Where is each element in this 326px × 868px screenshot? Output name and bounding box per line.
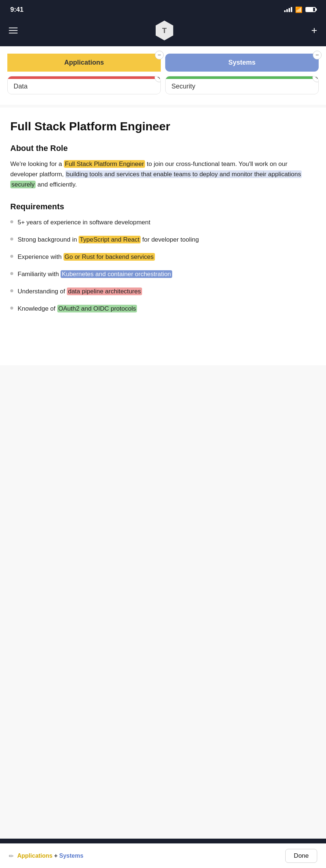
section-requirements-title: Requirements (10, 202, 316, 211)
highlight-oauth: OAuth2 and OIDC protocols (57, 305, 137, 312)
req-text-5: Understanding of data pipeline architect… (18, 286, 142, 296)
list-item: Strong background in TypeScript and Reac… (10, 235, 316, 245)
bottom-tag-systems: Systems (59, 853, 83, 859)
tag-applications-filled: Applications (7, 54, 161, 72)
bullet-icon (10, 255, 13, 258)
highlight-title: Full Stack Platform Engineer (64, 160, 145, 168)
battery-icon (305, 7, 316, 12)
tag-data-label-row: Data (8, 79, 160, 94)
about-role-text: We're looking for a Full Stack Platform … (10, 159, 316, 190)
main-content: Applications − Systems − Data + (0, 46, 326, 839)
tag-applications-remove[interactable]: − (155, 51, 164, 59)
tag-row-2: Data + Security + (7, 76, 319, 94)
highlight-typescript: TypeScript and React (79, 236, 141, 243)
doc-title: Full Stack Platform Engineer (10, 119, 316, 133)
req-text-1: 5+ years of experience in software devel… (18, 217, 150, 227)
status-icons: 📶 (284, 6, 316, 13)
bullet-icon (10, 238, 13, 240)
highlight-tools: building tools and services that enable … (65, 170, 302, 178)
list-item: 5+ years of experience in software devel… (10, 217, 316, 227)
wifi-icon: 📶 (295, 6, 303, 13)
logo-text: T (162, 26, 167, 35)
tag-security: Security + (165, 76, 319, 94)
bullet-icon (10, 220, 13, 223)
status-bar: 9:41 📶 (0, 0, 326, 18)
done-button[interactable]: Done (285, 849, 317, 863)
bottom-tag-applications: Applications (17, 853, 52, 859)
tag-applications-label: Applications (64, 59, 104, 66)
tag-systems: Systems − (165, 54, 319, 72)
highlight-go-rust: Go or Rust for backend services (64, 253, 155, 261)
tag-data-label: Data (14, 83, 28, 90)
highlight-securely: securely (10, 181, 36, 188)
signal-icon (284, 7, 292, 12)
document-area: Full Stack Platform Engineer About the R… (0, 108, 326, 365)
bullet-icon (10, 272, 13, 275)
tag-systems-filled: Systems (165, 54, 319, 72)
tag-applications: Applications − (7, 54, 161, 72)
list-item: Knowledge of OAuth2 and OIDC protocols (10, 304, 316, 314)
tag-data: Data + (7, 76, 161, 94)
tag-area: Applications − Systems − Data + (0, 46, 326, 105)
list-item: Understanding of data pipeline architect… (10, 286, 316, 296)
bottom-tags: Applications + Systems (17, 853, 83, 859)
tag-security-label-row: Security (166, 79, 318, 94)
bottom-tag-separator: + (52, 853, 59, 859)
nav-bar: T + (0, 18, 326, 46)
add-button[interactable]: + (311, 25, 317, 36)
app-logo: T (156, 21, 173, 40)
req-text-2: Strong background in TypeScript and Reac… (18, 235, 199, 245)
req-text-4: Familiarity with Kubernetes and containe… (18, 269, 172, 279)
bullet-icon (10, 289, 13, 292)
bottom-bar: ✏ Applications + Systems Done (0, 843, 326, 868)
about-prefix: We're looking for a (10, 160, 64, 167)
tag-row-1: Applications − Systems − (7, 54, 319, 72)
tag-security-bar (166, 76, 318, 79)
section-about-title: About the Role (10, 144, 316, 153)
tag-security-label: Security (171, 83, 195, 90)
tag-data-bar (8, 76, 160, 79)
list-item: Experience with Go or Rust for backend s… (10, 252, 316, 262)
list-item: Familiarity with Kubernetes and containe… (10, 269, 316, 279)
about-suffix: and efficiently. (36, 181, 77, 188)
req-text-6: Knowledge of OAuth2 and OIDC protocols (18, 304, 137, 314)
status-time: 9:41 (10, 6, 23, 14)
menu-button[interactable] (9, 28, 18, 33)
requirements-list: 5+ years of experience in software devel… (10, 217, 316, 314)
req-text-3: Experience with Go or Rust for backend s… (18, 252, 155, 262)
tag-systems-remove[interactable]: − (313, 51, 322, 59)
bottom-bar-left: ✏ Applications + Systems (9, 853, 83, 860)
highlight-kubernetes: Kubernetes and container orchestration (61, 270, 172, 278)
highlight-data-pipeline: data pipeline architectures (67, 287, 142, 295)
tag-systems-label: Systems (228, 59, 256, 66)
bullet-icon (10, 307, 13, 310)
edit-icon: ✏ (9, 853, 14, 860)
